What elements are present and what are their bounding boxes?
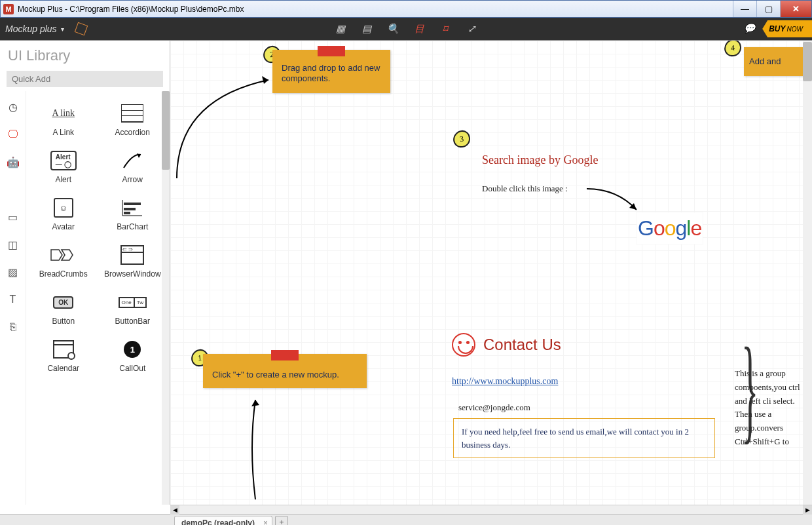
search-title: Search image by Google <box>482 153 598 167</box>
group-icon[interactable]: ⽬ <box>413 23 425 35</box>
callout-icon: 1 <box>118 338 147 361</box>
component-label: BrowserWindow <box>104 269 161 279</box>
tab-label: demoPc (read-only) <box>181 518 255 525</box>
component-label: A Link <box>52 128 74 137</box>
a-link-icon: A link <box>49 102 78 125</box>
arrow-icon <box>118 149 147 172</box>
component-label: BarChart <box>117 222 148 231</box>
contact-email: service@jongde.com <box>458 402 530 413</box>
ui-library-title: UI Library <box>0 41 170 68</box>
document-tab[interactable]: demoPc (read-only) × <box>174 516 272 525</box>
component-label: Calendar <box>47 364 79 373</box>
buttonbar-icon: OneTw <box>118 290 147 314</box>
component-calendar[interactable]: Calendar <box>30 334 97 377</box>
step-tag-4: 4 <box>724 41 743 57</box>
component-label: Avatar <box>52 222 75 231</box>
lock-bounds-icon[interactable]: ⌑ <box>439 23 451 35</box>
rail-page-icon[interactable]: ⎘ <box>7 321 20 334</box>
align-group-icon[interactable]: ▦ <box>335 23 346 35</box>
component-alert[interactable]: Alert— ◯ Alert <box>30 145 97 188</box>
browserwindow-icon: ⇐ ⇒ <box>118 243 147 267</box>
component-barchart[interactable]: BarChart <box>100 192 166 235</box>
component-button[interactable]: OK Button <box>30 286 97 330</box>
ui-library-panel: UI Library ◷ 🖵 🤖 ▭ ◫ ▨ T ⎘ A link A Link <box>0 41 170 505</box>
arrow-to-note2 <box>170 60 288 185</box>
brand-menu[interactable]: Mockup plus ▾ <box>5 24 86 34</box>
add-tab-button[interactable]: + <box>275 516 288 525</box>
contact-help-box: If you need help,feel free to send us em… <box>453 418 715 458</box>
buy-now-label: NOW <box>787 26 803 33</box>
close-button[interactable]: ✕ <box>780 1 811 17</box>
distribute-icon[interactable]: ▤ <box>361 23 373 35</box>
main-toolbar: Mockup plus ▾ ▦ ▤ 🔍 ⽬ ⌑ ⤢ 💬 BUY NOW <box>0 18 812 40</box>
rail-desktop-icon[interactable]: 🖵 <box>7 128 20 141</box>
accordion-icon <box>118 102 147 125</box>
quick-add-input[interactable] <box>7 71 163 87</box>
arrow-from-note1 <box>242 395 275 505</box>
component-label: Button <box>52 317 75 326</box>
maximize-button[interactable]: ▢ <box>756 1 780 17</box>
component-callout[interactable]: 1 CallOut <box>100 334 166 377</box>
component-label: Alert <box>55 175 71 184</box>
contact-heading: Contact Us <box>452 333 561 357</box>
mockup-canvas[interactable]: 2 Drag and drop to add new components. 3… <box>170 41 812 505</box>
tape-icon <box>271 350 299 360</box>
window-titlebar: M Mockup Plus - C:\Program Files (x86)\M… <box>0 0 812 18</box>
component-arrow[interactable]: Arrow <box>100 145 166 188</box>
brand-label: Mockup plus <box>5 24 57 34</box>
category-rail: ◷ 🖵 🤖 ▭ ◫ ▨ T ⎘ <box>0 91 26 505</box>
comment-icon[interactable]: 💬 <box>744 23 756 35</box>
google-logo[interactable]: Google <box>637 212 703 244</box>
sticky-note-4[interactable]: Add and <box>744 47 809 76</box>
rail-document-icon[interactable]: ▭ <box>7 210 20 224</box>
component-scrollbar[interactable] <box>162 91 170 505</box>
canvas-vscroll[interactable] <box>803 41 812 505</box>
svg-rect-3 <box>124 203 141 205</box>
rail-text-icon[interactable]: T <box>7 293 20 306</box>
sticky-note-1[interactable]: Click "+" to create a new mockup. <box>203 354 367 388</box>
svg-rect-4 <box>124 212 130 214</box>
component-breadcrumbs[interactable]: BreadCrumbs <box>30 239 97 282</box>
component-label: CallOut <box>119 364 145 373</box>
arrow-to-google <box>584 184 643 216</box>
rail-image-icon[interactable]: ▨ <box>7 265 20 279</box>
expand-icon[interactable]: ⤢ <box>466 23 477 35</box>
window-title: Mockup Plus - C:\Program Files (x86)\Moc… <box>18 5 244 14</box>
alert-icon: Alert— ◯ <box>49 149 78 172</box>
rail-android-icon[interactable]: 🤖 <box>7 155 20 168</box>
hscroll-left[interactable]: ◀ <box>170 505 179 515</box>
rail-layout-icon[interactable]: ◫ <box>7 238 20 251</box>
close-tab-icon[interactable]: × <box>263 518 268 525</box>
component-buttonbar[interactable]: OneTw ButtonBar <box>100 286 166 330</box>
canvas-hscroll[interactable]: ◀ ▶ <box>170 505 812 514</box>
component-label: ButtonBar <box>115 317 150 326</box>
contact-title-text: Contact Us <box>483 336 561 354</box>
component-label: Accordion <box>115 128 150 137</box>
button-icon: OK <box>49 290 78 314</box>
sticky-note-2[interactable]: Drag and drop to add new components. <box>272 50 390 93</box>
document-tabbar: demoPc (read-only) × + <box>0 514 812 525</box>
rail-recent-icon[interactable]: ◷ <box>7 100 20 113</box>
breadcrumbs-icon <box>49 243 78 267</box>
component-a-link[interactable]: A link A Link <box>30 98 97 141</box>
component-label: BreadCrumbs <box>39 269 88 279</box>
calendar-icon <box>49 338 78 361</box>
sticky-text: Click "+" to create a new mockup. <box>212 370 339 379</box>
step-tag-3: 3 <box>452 130 471 149</box>
hscroll-right[interactable]: ▶ <box>803 505 812 515</box>
rail-apple-icon[interactable] <box>7 183 20 196</box>
search-icon[interactable]: 🔍 <box>387 23 399 35</box>
component-avatar[interactable]: ☺ Avatar <box>30 192 97 235</box>
search-hint: Double click this image : <box>482 184 568 194</box>
cube-icon <box>74 22 88 36</box>
avatar-icon: ☺ <box>49 196 78 220</box>
component-grid: A link A Link Accordion Alert— ◯ Alert A… <box>26 91 170 383</box>
buy-button[interactable]: BUY NOW <box>762 20 812 37</box>
minimize-button[interactable]: — <box>733 1 756 17</box>
group-note-text: This is a group compoents,you ctrl and l… <box>735 367 807 449</box>
component-browserwindow[interactable]: ⇐ ⇒ BrowserWindow <box>100 239 166 282</box>
component-accordion[interactable]: Accordion <box>100 98 166 141</box>
app-icon: M <box>3 4 14 14</box>
smiley-icon <box>452 333 475 357</box>
contact-url-link[interactable]: http://www.mockupplus.com <box>452 376 558 387</box>
